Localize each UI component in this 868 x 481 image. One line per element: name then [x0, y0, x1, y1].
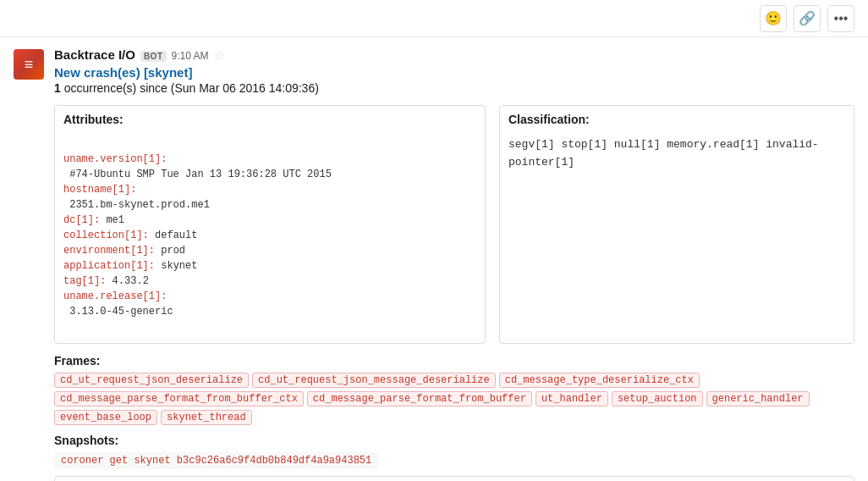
frame-tag[interactable]: event_base_loop: [54, 410, 157, 425]
left-stripe: ≡: [14, 47, 44, 481]
main-content: ≡ Backtrace I/O BOT 9:10 AM ☆ New crash(…: [0, 37, 868, 481]
crash-count: 1: [54, 81, 61, 95]
snapshot-output: [b3c9c26a6c9f4db0b849df4a9a943851] (Sun …: [54, 476, 854, 481]
classification-title: Classification:: [500, 106, 854, 131]
crash-subtitle-text: occurrence(s) since (Sun Mar 06 2016 14:…: [61, 81, 319, 95]
snapshots-section: Snapshots: coroner get skynet b3c9c26a6c…: [54, 434, 854, 481]
emoji-button[interactable]: 🙂: [760, 5, 787, 32]
snapshot-command[interactable]: coroner get skynet b3c9c26a6c9f4db0b849d…: [54, 452, 378, 469]
top-bar-actions: 🙂 🔗 •••: [760, 5, 854, 32]
attr-line-9: uname.release[1]:: [63, 290, 167, 302]
attr-line-5: collection[1]:: [63, 229, 149, 241]
attributes-panel: Attributes: uname.version[1]: #74-Ubuntu…: [54, 105, 486, 344]
timestamp: 9:10 AM: [172, 50, 209, 62]
attr-line-6: environment[1]:: [63, 245, 155, 257]
attr-line-8: tag[1]:: [63, 275, 106, 287]
bot-badge: BOT: [140, 51, 167, 62]
frame-tag[interactable]: ut_handler: [536, 391, 608, 406]
frame-tag[interactable]: skynet_thread: [161, 410, 252, 425]
frame-tag[interactable]: setup_auction: [612, 391, 703, 406]
message-header: Backtrace I/O BOT 9:10 AM ☆: [54, 47, 854, 62]
two-col-section: Attributes: uname.version[1]: #74-Ubuntu…: [54, 105, 854, 344]
attr-val-7: skynet: [155, 260, 197, 272]
classification-tags: segv[1] stop[1] null[1] memory.read[1] i…: [500, 131, 854, 180]
avatar: ≡: [14, 49, 44, 80]
frame-tag[interactable]: cd_message_parse_format_from_buffer_ctx: [54, 391, 304, 406]
attr-line-1: #74-Ubuntu SMP Tue Jan 13 19:36:28 UTC 2…: [63, 169, 332, 180]
frame-tag[interactable]: cd_ut_request_json_deserialize: [54, 373, 249, 388]
more-icon: •••: [834, 11, 849, 26]
star-icon[interactable]: ☆: [214, 48, 225, 62]
attr-line-0: uname.version[1]:: [63, 153, 167, 165]
classification-panel: Classification: segv[1] stop[1] null[1] …: [499, 105, 854, 344]
attr-line-2: hostname[1]:: [63, 184, 136, 196]
frame-tag[interactable]: generic_handler: [706, 391, 810, 406]
attr-val-8: 4.33.2: [106, 275, 148, 287]
snapshots-title: Snapshots:: [54, 434, 854, 447]
attr-line-7: application[1]:: [63, 260, 155, 272]
emoji-icon: 🙂: [765, 10, 782, 26]
frame-tag[interactable]: cd_ut_request_json_message_deserialize: [252, 373, 496, 388]
attr-line-10: 3.13.0-45-generic: [63, 306, 173, 318]
sender-name: Backtrace I/O: [54, 47, 135, 62]
attributes-title: Attributes:: [55, 106, 485, 131]
attributes-code: uname.version[1]: #74-Ubuntu SMP Tue Jan…: [63, 136, 476, 334]
frames-section: Frames: cd_ut_request_json_deserializecd…: [54, 354, 854, 425]
attr-val-4: me1: [100, 214, 124, 226]
frame-tag[interactable]: cd_message_parse_format_from_buffer: [307, 391, 532, 406]
attr-line-4: dc[1]:: [63, 214, 100, 226]
crash-subtitle: 1 occurrence(s) since (Sun Mar 06 2016 1…: [54, 81, 854, 95]
more-button[interactable]: •••: [827, 5, 854, 32]
frames-title: Frames:: [54, 354, 854, 368]
frames-container: cd_ut_request_json_deserializecd_ut_requ…: [54, 373, 854, 425]
top-bar: 🙂 🔗 •••: [0, 0, 868, 37]
avatar-icon: ≡: [25, 56, 34, 74]
link-button[interactable]: 🔗: [794, 5, 821, 32]
attr-line-3: 2351.bm-skynet.prod.me1: [63, 199, 210, 211]
attr-val-6: prod: [155, 245, 185, 257]
link-icon: 🔗: [799, 10, 816, 26]
attr-val-5: default: [149, 229, 198, 241]
message-area: Backtrace I/O BOT 9:10 AM ☆ New crash(es…: [44, 47, 854, 481]
crash-title[interactable]: New crash(es) [skynet]: [54, 65, 854, 80]
frame-tag[interactable]: cd_message_type_deserialize_ctx: [499, 373, 700, 388]
attributes-body: uname.version[1]: #74-Ubuntu SMP Tue Jan…: [55, 131, 485, 343]
